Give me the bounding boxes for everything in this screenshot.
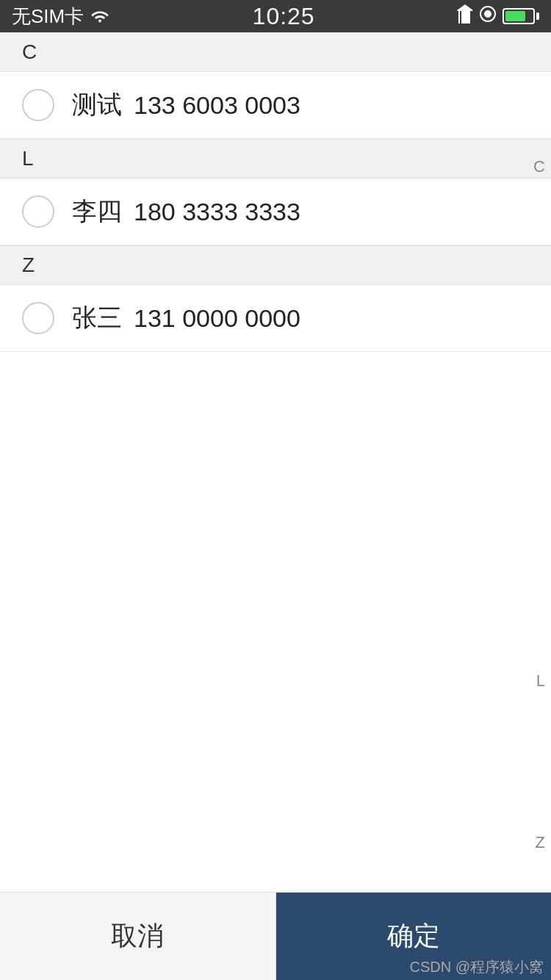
index-bar-c[interactable]: C [533,157,545,176]
index-bar-l[interactable]: L [536,671,545,691]
wifi-icon [90,5,110,28]
contact-phone-lisi: 180 3333 3333 [134,198,300,226]
radio-zhangsan[interactable] [22,302,54,334]
contact-row-zhangsan[interactable]: 张三 131 0000 0000 [0,285,551,352]
status-bar: 无SIM卡 10:25 [0,0,551,32]
svg-point-1 [484,10,491,18]
carrier-text: 无SIM卡 [12,4,84,29]
radio-lisi[interactable] [22,195,54,228]
record-icon [479,4,497,28]
section-header-l: L [0,139,551,179]
status-right [457,4,539,29]
contact-phone-zhangsan: 131 0000 0000 [134,304,300,333]
cancel-button[interactable]: 取消 [0,893,276,980]
contact-row-lisi[interactable]: 李四 180 3333 3333 [0,179,551,245]
status-left: 无SIM卡 [12,4,110,29]
contact-info-ceishi: 测试 133 6003 0003 [72,88,300,122]
location-icon [457,4,473,29]
contact-name-zhangsan: 张三 [72,301,122,335]
index-bar-z[interactable]: Z [536,833,545,852]
battery-icon [503,8,539,24]
contact-phone-ceishi: 133 6003 0003 [134,91,300,120]
section-header-z: Z [0,245,551,285]
watermark: CSDN @程序猿小窝 [409,957,544,977]
contact-name-ceishi: 测试 [72,88,122,122]
contact-name-lisi: 李四 [72,195,122,228]
contact-row-ceishi[interactable]: 测试 133 6003 0003 [0,72,551,139]
section-header-c: C [0,32,551,72]
status-time: 10:25 [253,3,315,30]
radio-ceishi[interactable] [22,89,54,121]
contact-info-zhangsan: 张三 131 0000 0000 [72,301,300,335]
main-content: C 测试 133 6003 0003 L 李四 180 3333 3333 Z … [0,32,551,892]
contact-info-lisi: 李四 180 3333 3333 [72,195,300,228]
